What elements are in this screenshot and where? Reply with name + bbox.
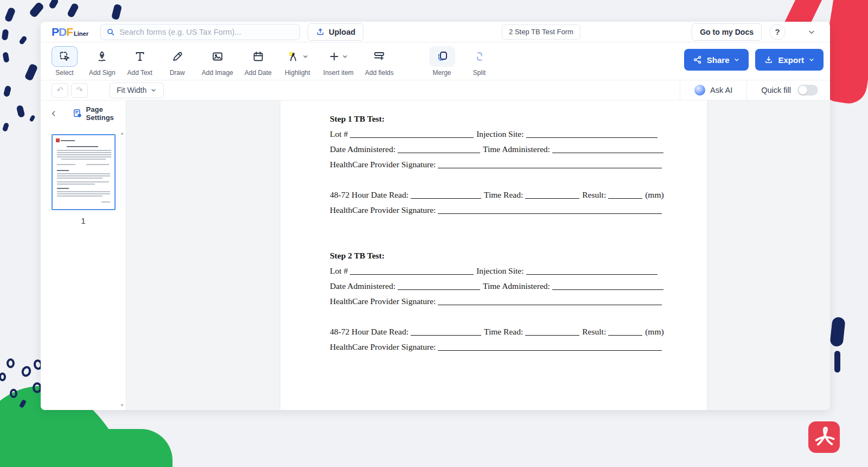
spacer bbox=[330, 218, 707, 233]
chevron-down-icon bbox=[342, 53, 348, 60]
highlighter-icon bbox=[283, 46, 312, 67]
blank-field[interactable] bbox=[350, 130, 474, 138]
search-icon bbox=[106, 28, 115, 36]
blank-field[interactable] bbox=[525, 191, 579, 199]
blank-field[interactable] bbox=[438, 160, 662, 168]
form-line: HealthCare Provider Signature: bbox=[330, 157, 707, 172]
quick-fill-toggle[interactable] bbox=[797, 85, 818, 96]
share-icon bbox=[693, 55, 703, 65]
draw-pen-icon bbox=[164, 46, 190, 67]
spacer bbox=[330, 233, 707, 248]
calendar-icon bbox=[245, 46, 271, 67]
blank-field[interactable] bbox=[438, 343, 662, 351]
tool-draw[interactable]: Draw bbox=[164, 46, 190, 77]
blank-field[interactable] bbox=[438, 297, 662, 305]
blank-field[interactable] bbox=[526, 267, 658, 275]
undo-button[interactable]: ↶ bbox=[52, 83, 68, 98]
blank-field[interactable] bbox=[398, 145, 480, 153]
blank-field[interactable] bbox=[608, 191, 642, 199]
blank-field[interactable] bbox=[411, 327, 481, 336]
tool-add-date[interactable]: Add Date bbox=[245, 46, 272, 77]
app-window: PDF Liner Upload 2 Step TB Test Form bbox=[41, 22, 830, 410]
text-icon bbox=[127, 46, 153, 67]
main-toolbar: Select Add Sign Add Text Draw bbox=[41, 42, 830, 80]
help-button[interactable]: ? bbox=[769, 24, 786, 40]
redo-button[interactable]: ↷ bbox=[71, 83, 88, 98]
header-chevron-down-icon[interactable] bbox=[807, 28, 816, 36]
chevron-down-icon bbox=[150, 87, 157, 93]
ask-ai-button[interactable]: Ask AI bbox=[680, 85, 746, 96]
blank-field[interactable] bbox=[525, 327, 579, 336]
blank-field[interactable] bbox=[350, 267, 474, 275]
blank-field[interactable] bbox=[608, 327, 642, 336]
plus-icon bbox=[325, 46, 352, 67]
document-title: 2 Step TB Test Form bbox=[502, 24, 580, 40]
split-pages-icon bbox=[467, 46, 493, 67]
desktop-background: PDF Liner Upload 2 Step TB Test Form bbox=[0, 0, 868, 467]
form-line: HealthCare Provider Signature: bbox=[330, 294, 707, 309]
decorative-navy-blob bbox=[829, 317, 846, 347]
form-line: Lot #Injection Site: bbox=[330, 263, 707, 279]
page-thumbnail[interactable] bbox=[52, 134, 116, 210]
document-page[interactable]: Step 1 TB Test: Lot #Injection Site: Dat… bbox=[280, 100, 707, 410]
chevron-down-icon bbox=[733, 56, 740, 63]
section-heading: Step 2 TB Test: bbox=[330, 248, 707, 263]
page-settings-button[interactable]: Page Settings bbox=[72, 105, 126, 122]
form-line: HealthCare Provider Signature: bbox=[330, 339, 707, 355]
sidebar-scroll-down-arrow[interactable]: ▼ bbox=[120, 403, 124, 408]
tool-add-sign[interactable]: Add Sign bbox=[89, 46, 116, 77]
blank-field[interactable] bbox=[552, 282, 663, 290]
tool-split[interactable]: Split bbox=[467, 46, 493, 77]
pages-sidebar: Page Settings bbox=[41, 100, 126, 410]
select-cursor-icon bbox=[52, 46, 78, 67]
go-to-my-docs-button[interactable]: Go to my Docs bbox=[692, 23, 762, 41]
search-input[interactable] bbox=[119, 28, 294, 36]
undo-icon: ↶ bbox=[56, 85, 63, 95]
upload-button[interactable]: Upload bbox=[308, 23, 363, 41]
tool-add-fields[interactable]: Add fields bbox=[365, 46, 394, 77]
form-line: HealthCare Provider Signature: bbox=[330, 203, 707, 218]
ai-orb-icon bbox=[694, 85, 705, 96]
sidebar-collapse-button[interactable] bbox=[48, 108, 59, 119]
tool-insert-item[interactable]: Insert item bbox=[323, 46, 354, 77]
download-icon bbox=[764, 55, 774, 65]
chevron-left-icon bbox=[49, 109, 58, 118]
export-button[interactable]: Export bbox=[755, 49, 824, 71]
form-line: 48-72 Hour Date Read:Time Read:Result:(m… bbox=[330, 324, 707, 339]
section-heading: Step 1 TB Test: bbox=[330, 111, 707, 127]
decorative-green-blob bbox=[81, 429, 173, 467]
app-header: PDF Liner Upload 2 Step TB Test Form bbox=[41, 22, 830, 42]
spacer bbox=[330, 172, 707, 187]
blank-field[interactable] bbox=[438, 206, 662, 214]
sidebar-scroll-up-arrow[interactable]: ▲ bbox=[120, 131, 124, 136]
form-line: Date Administered:Time Administered: bbox=[330, 142, 707, 157]
sign-pen-icon bbox=[89, 46, 115, 67]
sidebar-header: Page Settings bbox=[41, 100, 126, 127]
document-canvas: Step 1 TB Test: Lot #Injection Site: Dat… bbox=[126, 100, 830, 410]
pdf-badge-icon bbox=[808, 421, 840, 453]
tool-merge[interactable]: Merge bbox=[429, 46, 455, 77]
share-button[interactable]: Share bbox=[684, 49, 749, 71]
form-line: Date Administered:Time Administered: bbox=[330, 279, 707, 294]
chevron-down-icon bbox=[302, 53, 309, 60]
tool-add-text[interactable]: Add Text bbox=[127, 46, 153, 77]
quick-fill-control: Quick fill bbox=[747, 85, 822, 96]
blank-field[interactable] bbox=[526, 130, 658, 138]
spacer bbox=[330, 309, 707, 324]
decorative-navy-blob bbox=[834, 351, 840, 373]
page-settings-icon bbox=[72, 108, 83, 119]
image-icon bbox=[205, 46, 231, 67]
tool-select[interactable]: Select bbox=[52, 46, 78, 77]
tool-highlight[interactable]: Highlight bbox=[283, 46, 312, 77]
form-line: 48-72 Hour Date Read:Time Read:Result:(m… bbox=[330, 187, 707, 203]
blank-field[interactable] bbox=[398, 282, 480, 290]
blank-field[interactable] bbox=[411, 191, 481, 199]
form-line: Lot #Injection Site: bbox=[330, 127, 707, 142]
view-toolbar: ↶ ↷ Fit Width Ask AI Quick fill bbox=[41, 80, 830, 100]
zoom-select[interactable]: Fit Width bbox=[110, 83, 164, 98]
pdfliner-logo[interactable]: PDF Liner bbox=[52, 26, 88, 39]
tool-add-image[interactable]: Add Image bbox=[202, 46, 233, 77]
blank-field[interactable] bbox=[552, 145, 663, 153]
search-box[interactable] bbox=[100, 24, 300, 40]
logo-text: PDF bbox=[52, 26, 73, 39]
